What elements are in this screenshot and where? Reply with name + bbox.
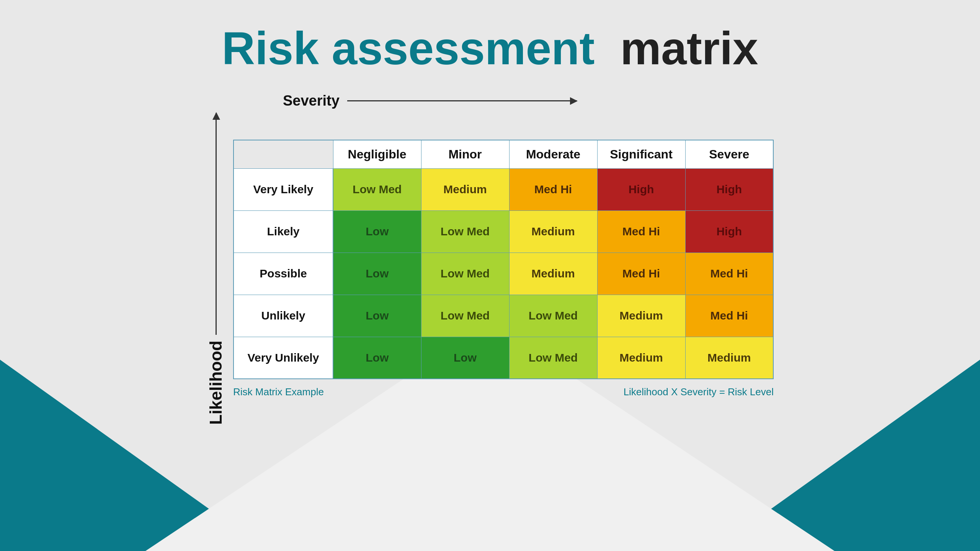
table-row: UnlikelyLowLow MedLow MedMediumMed Hi: [234, 295, 773, 337]
cell-4-1: Low: [421, 337, 509, 379]
row-label-4: Very Unlikely: [234, 337, 333, 379]
table-row: Very UnlikelyLowLowLow MedMediumMedium: [234, 337, 773, 379]
cell-1-4: High: [685, 210, 773, 253]
header-empty: [234, 140, 333, 169]
cell-3-2: Low Med: [509, 295, 597, 337]
cell-3-4: Med Hi: [685, 295, 773, 337]
cell-3-0: Low: [333, 295, 421, 337]
cell-2-0: Low: [333, 253, 421, 295]
header-severe: Severe: [685, 140, 773, 169]
likelihood-container: Likelihood: [206, 113, 225, 425]
row-label-1: Likely: [234, 210, 333, 253]
matrix-container: Severity Likelihood Negligible Minor Mod…: [206, 93, 774, 425]
cell-2-4: Med Hi: [685, 253, 773, 295]
title-part2: matrix: [620, 23, 758, 74]
header-significant: Significant: [597, 140, 685, 169]
cell-2-3: Med Hi: [597, 253, 685, 295]
table-row: PossibleLowLow MedMediumMed HiMed Hi: [234, 253, 773, 295]
table-row: Very LikelyLow MedMediumMed HiHighHigh: [234, 168, 773, 210]
cell-3-3: Medium: [597, 295, 685, 337]
cell-3-1: Low Med: [421, 295, 509, 337]
cell-2-1: Low Med: [421, 253, 509, 295]
footer-left: Risk Matrix Example: [233, 386, 324, 398]
main-content: Risk assessment matrix Severity Likeliho…: [0, 0, 980, 551]
severity-label-row: Severity: [206, 93, 577, 109]
table-wrapper: Negligible Minor Moderate Significant Se…: [233, 140, 774, 398]
cell-1-1: Low Med: [421, 210, 509, 253]
cell-1-2: Medium: [509, 210, 597, 253]
header-moderate: Moderate: [509, 140, 597, 169]
cell-4-4: Medium: [685, 337, 773, 379]
cell-0-3: High: [597, 168, 685, 210]
cell-2-2: Medium: [509, 253, 597, 295]
row-label-2: Possible: [234, 253, 333, 295]
page-title: Risk assessment matrix: [222, 23, 758, 73]
cell-4-3: Medium: [597, 337, 685, 379]
matrix-body: Likelihood Negligible Minor Moderate Sig…: [206, 113, 774, 425]
footer-right: Likelihood X Severity = Risk Level: [624, 386, 774, 398]
cell-4-0: Low: [333, 337, 421, 379]
cell-1-0: Low: [333, 210, 421, 253]
header-negligible: Negligible: [333, 140, 421, 169]
cell-0-0: Low Med: [333, 168, 421, 210]
cell-1-3: Med Hi: [597, 210, 685, 253]
title-part1: Risk assessment: [222, 23, 595, 74]
severity-label: Severity: [283, 93, 340, 109]
likelihood-arrow: [216, 113, 217, 335]
header-minor: Minor: [421, 140, 509, 169]
risk-matrix-table: Negligible Minor Moderate Significant Se…: [233, 140, 774, 380]
row-label-0: Very Likely: [234, 168, 333, 210]
table-row: LikelyLowLow MedMediumMed HiHigh: [234, 210, 773, 253]
cell-0-2: Med Hi: [509, 168, 597, 210]
cell-0-4: High: [685, 168, 773, 210]
footer-row: Risk Matrix Example Likelihood X Severit…: [233, 379, 774, 398]
severity-arrow: [347, 100, 577, 101]
cell-4-2: Low Med: [509, 337, 597, 379]
likelihood-label: Likelihood: [206, 341, 225, 425]
table-header-row: Negligible Minor Moderate Significant Se…: [234, 140, 773, 169]
row-label-3: Unlikely: [234, 295, 333, 337]
cell-0-1: Medium: [421, 168, 509, 210]
